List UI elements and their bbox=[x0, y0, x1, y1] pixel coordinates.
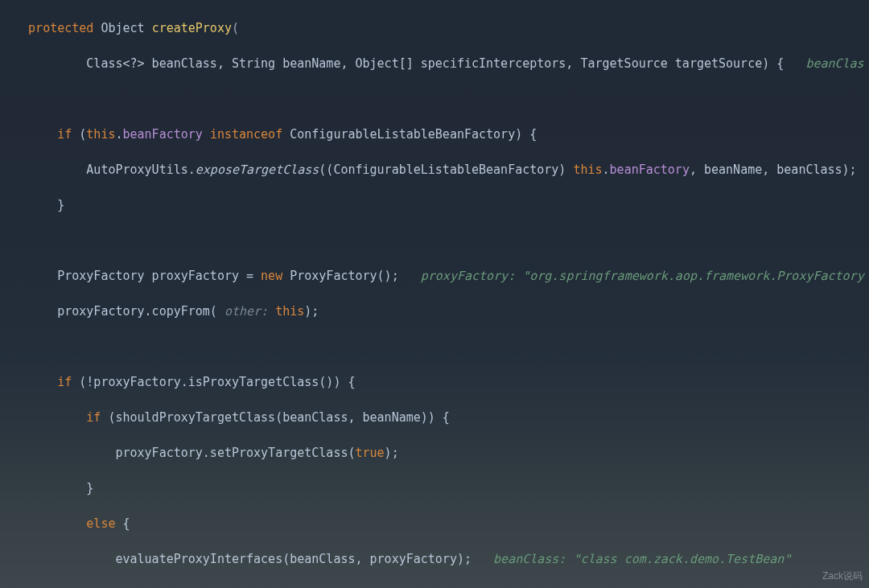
code-line: ProxyFactory proxyFactory = new ProxyFac… bbox=[0, 267, 869, 285]
method-params: Class<?> beanClass, String beanName, Obj… bbox=[86, 56, 784, 71]
method-name: createProxy bbox=[152, 21, 232, 35]
code-line: if (this.beanFactory instanceof Configur… bbox=[0, 125, 869, 143]
param-hint: other: bbox=[224, 304, 268, 319]
code-line: } bbox=[0, 479, 869, 497]
inline-hint: proxyFactory: "org.springframework.aop.f… bbox=[421, 269, 864, 283]
code-line: proxyFactory.copyFrom( other: this); bbox=[0, 302, 869, 320]
code-text: (!proxyFactory.isProxyTargetClass()) { bbox=[72, 375, 355, 389]
code-line bbox=[0, 90, 869, 108]
inline-hint: beanClass: "class com.zack.demo.TestBean… bbox=[493, 552, 791, 566]
watermark: Zack说码 bbox=[822, 567, 863, 585]
code-line: if (shouldProxyTargetClass(beanClass, be… bbox=[0, 409, 869, 426]
keyword-instanceof: instanceof bbox=[210, 127, 282, 142]
code-line: Class<?> beanClass, String beanName, Obj… bbox=[0, 55, 869, 72]
code-line: AutoProxyUtils.exposeTargetClass((Config… bbox=[0, 161, 869, 179]
code-line: proxyFactory.setProxyTargetClass(true); bbox=[0, 444, 869, 462]
code-line: else { bbox=[0, 515, 869, 532]
literal-true: true bbox=[355, 446, 384, 460]
keyword-this: this bbox=[86, 127, 115, 142]
code-text: (shouldProxyTargetClass(beanClass, beanN… bbox=[101, 410, 449, 425]
code-line: } bbox=[0, 196, 869, 214]
static-call: AutoProxyUtils. bbox=[86, 162, 195, 177]
type-ref: ConfigurableListableBeanFactory bbox=[290, 127, 515, 142]
code-editor[interactable]: protected Object createProxy( Class<?> b… bbox=[0, 0, 869, 588]
code-line: protected Object createProxy( bbox=[0, 19, 869, 37]
keyword-if: if bbox=[57, 127, 72, 142]
field-beanFactory: beanFactory bbox=[123, 127, 203, 142]
code-line bbox=[0, 338, 869, 356]
inline-hint: beanClas bbox=[805, 56, 863, 71]
static-method: exposeTargetClass bbox=[196, 162, 319, 177]
code-line bbox=[0, 232, 869, 249]
keyword-protected: protected bbox=[28, 21, 93, 35]
code-line: evaluateProxyInterfaces(beanClass, proxy… bbox=[0, 550, 869, 568]
return-type: Object bbox=[101, 21, 144, 35]
keyword-new: new bbox=[261, 269, 282, 283]
code-line: if (!proxyFactory.isProxyTargetClass()) … bbox=[0, 373, 869, 391]
keyword-else: else bbox=[86, 516, 115, 531]
